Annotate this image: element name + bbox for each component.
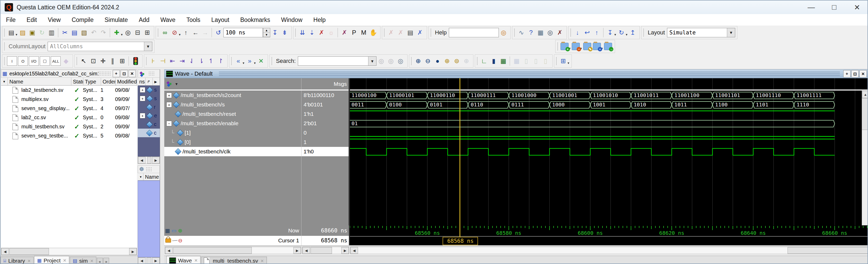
cursor-mode-box-button[interactable]: ▢ bbox=[40, 56, 50, 66]
next-falling-icon[interactable]: ⇂ bbox=[196, 56, 206, 66]
expand-icon[interactable]: − bbox=[166, 121, 172, 126]
restart-sim-icon[interactable]: ✗ bbox=[340, 28, 349, 37]
grip-handle[interactable] bbox=[148, 71, 155, 76]
close-icon[interactable]: ✕ bbox=[260, 259, 264, 263]
continue-run-icon[interactable]: ⇊ bbox=[298, 28, 307, 37]
goto-last-icon[interactable]: ↥ bbox=[628, 28, 638, 37]
menu-layout[interactable]: Layout bbox=[206, 14, 235, 26]
menu-wave[interactable]: Wave bbox=[155, 14, 181, 26]
minimize-button[interactable]: — bbox=[800, 1, 823, 14]
panel-splitter[interactable] bbox=[160, 70, 164, 264]
stability-traffic-light-icon[interactable] bbox=[131, 56, 140, 66]
signal-row[interactable]: └[0] bbox=[164, 137, 301, 147]
wrench-icon[interactable]: ⟋ bbox=[171, 237, 178, 244]
add-time-icon[interactable]: ⊕ bbox=[178, 228, 183, 234]
sim-return-icon[interactable]: ↩ bbox=[582, 28, 592, 37]
close-icon[interactable]: ✕ bbox=[129, 70, 136, 77]
processes-name-header[interactable]: Name bbox=[144, 173, 160, 180]
goto-first-icon[interactable]: ↧ bbox=[605, 28, 615, 37]
expand-icon[interactable]: + bbox=[140, 87, 145, 93]
zoom-out-icon[interactable]: ⊖ bbox=[423, 56, 433, 66]
collapse-all-icon[interactable]: ⊟ bbox=[133, 28, 143, 37]
zoom-mode-icon[interactable]: ⊡ bbox=[89, 56, 98, 66]
expand-all-icon[interactable]: ⊞ bbox=[143, 28, 152, 37]
expand-left-icon[interactable]: « bbox=[234, 56, 243, 66]
menu-file[interactable]: File bbox=[1, 14, 21, 26]
pause-hand-icon[interactable]: ✋ bbox=[369, 28, 378, 37]
menu-edit[interactable]: Edit bbox=[21, 14, 42, 26]
signal-row[interactable]: −/multi_testbench/enable bbox=[164, 119, 301, 128]
menu-simulate[interactable]: Simulate bbox=[99, 14, 133, 26]
wave-cursor-view-icon[interactable]: ∟ bbox=[479, 56, 489, 66]
close-icon[interactable]: ✕ bbox=[90, 259, 93, 263]
name-column-header[interactable]: Name bbox=[8, 78, 71, 85]
zoom-range-icon[interactable]: ⊚ bbox=[452, 56, 462, 66]
delete-cursor-icon[interactable]: ⊣ bbox=[158, 56, 168, 66]
find-icon[interactable]: ◎ bbox=[123, 28, 133, 37]
signal-row[interactable]: /multi_testbench/reset bbox=[164, 109, 301, 119]
wave-pane-icon[interactable]: ▮ bbox=[489, 56, 499, 66]
menu-view[interactable]: View bbox=[42, 14, 66, 26]
link-env-icon[interactable]: ∞ bbox=[160, 28, 170, 37]
values-hscrollbar[interactable]: ◀▶ bbox=[302, 247, 349, 254]
waveform-plot[interactable]: 1100010011000101110001101100011111001000… bbox=[350, 78, 868, 226]
help-search-input[interactable] bbox=[449, 28, 499, 37]
wave-prefs-icon[interactable]: ▦ bbox=[165, 228, 170, 234]
add-icon[interactable]: ✚ bbox=[112, 28, 122, 37]
tab-multi-testbench-sv[interactable]: multi_testbench.sv✕ bbox=[201, 257, 267, 264]
objects-hscrollbar[interactable]: ◀▶ bbox=[138, 157, 160, 164]
tab-scroll-icon[interactable]: » bbox=[103, 258, 109, 264]
edit-bookmark-icon[interactable]: ✎ bbox=[582, 42, 592, 51]
cut-icon[interactable]: ✂ bbox=[60, 28, 70, 37]
wave-grid-icon[interactable]: ▦ bbox=[499, 56, 508, 66]
close-icon[interactable]: ✕ bbox=[194, 258, 197, 263]
table-row[interactable]: multiplex.sv✓Syst...309/09/ bbox=[1, 95, 137, 104]
chevron-down-icon[interactable]: ▼ bbox=[727, 28, 735, 37]
tab-sim[interactable]: ▤sim✕ bbox=[70, 257, 96, 264]
pan-mode-icon[interactable]: ✚ bbox=[98, 56, 108, 66]
objects-ns-header[interactable]: ns bbox=[138, 78, 146, 85]
grip-handle[interactable] bbox=[146, 167, 153, 171]
expand-icon[interactable]: + bbox=[140, 96, 145, 101]
zoom-cursor-icon[interactable]: ⊕ bbox=[442, 56, 452, 66]
signal-row[interactable]: +/multi_testbench/s bbox=[164, 100, 301, 109]
prev-transition-icon[interactable]: ⇤ bbox=[168, 56, 177, 66]
run-length-stepper[interactable]: ▲▼ bbox=[263, 28, 270, 37]
processes-hscrollbar[interactable]: ◀▶ bbox=[138, 257, 160, 264]
next-transition-icon[interactable]: ⇥ bbox=[177, 56, 187, 66]
profile-m-icon[interactable]: M bbox=[359, 28, 369, 37]
menu-add[interactable]: Add bbox=[133, 14, 155, 26]
list-item[interactable]: +s bbox=[138, 85, 160, 94]
run-length-field[interactable]: 100 ns bbox=[223, 28, 263, 37]
table-row[interactable]: seven_seg_testbe...✓Syst...509/08/ bbox=[1, 131, 137, 140]
type-column-header[interactable]: Type bbox=[83, 78, 101, 85]
menu-window[interactable]: Window bbox=[276, 14, 308, 26]
paste-icon[interactable]: ▧ bbox=[80, 28, 89, 37]
signal-row[interactable]: /multi_testbench/clk bbox=[164, 147, 301, 156]
grip-handle[interactable] bbox=[219, 72, 840, 76]
cursor-time-label[interactable]: 68568 ns bbox=[442, 237, 478, 245]
scroll-up-icon[interactable]: ▲ bbox=[862, 91, 868, 98]
close-icon[interactable]: ✕ bbox=[860, 70, 867, 78]
expand-icon[interactable]: + bbox=[140, 113, 145, 118]
signal-group-icon[interactable]: ◆ ■ ◆ bbox=[166, 80, 175, 88]
step-icon[interactable]: ⇣ bbox=[307, 28, 317, 37]
copy-icon[interactable]: ▤ bbox=[70, 28, 80, 37]
tab-library[interactable]: ⌸Library✕ bbox=[1, 257, 34, 264]
cursor-mode-o-button[interactable]: O bbox=[18, 56, 28, 66]
undock-icon[interactable]: ⊡ bbox=[121, 70, 128, 77]
select-mode-icon[interactable]: ↖ bbox=[79, 56, 89, 66]
expand-icon[interactable]: + bbox=[166, 93, 172, 98]
clear-errors-icon[interactable]: ✗ bbox=[415, 28, 425, 37]
spin-down-icon[interactable]: ▼ bbox=[263, 33, 270, 37]
quick-help-icon[interactable]: ? bbox=[526, 28, 536, 37]
list-item[interactable]: r bbox=[138, 103, 160, 111]
status-column-header[interactable]: Status bbox=[71, 78, 83, 85]
save-icon[interactable]: ▣ bbox=[28, 28, 37, 37]
expand-icon[interactable]: + bbox=[166, 102, 172, 107]
expand-group-icon[interactable]: ⊞ bbox=[558, 56, 568, 66]
project-hscrollbar[interactable]: ◀▶ bbox=[1, 248, 137, 255]
macro-icon[interactable]: ∿ bbox=[517, 28, 526, 37]
break-icon[interactable]: ✗ bbox=[317, 28, 327, 37]
waveform-timeline[interactable]: 68560 ns68580 ns68600 ns68620 ns68640 ns… bbox=[350, 226, 868, 236]
